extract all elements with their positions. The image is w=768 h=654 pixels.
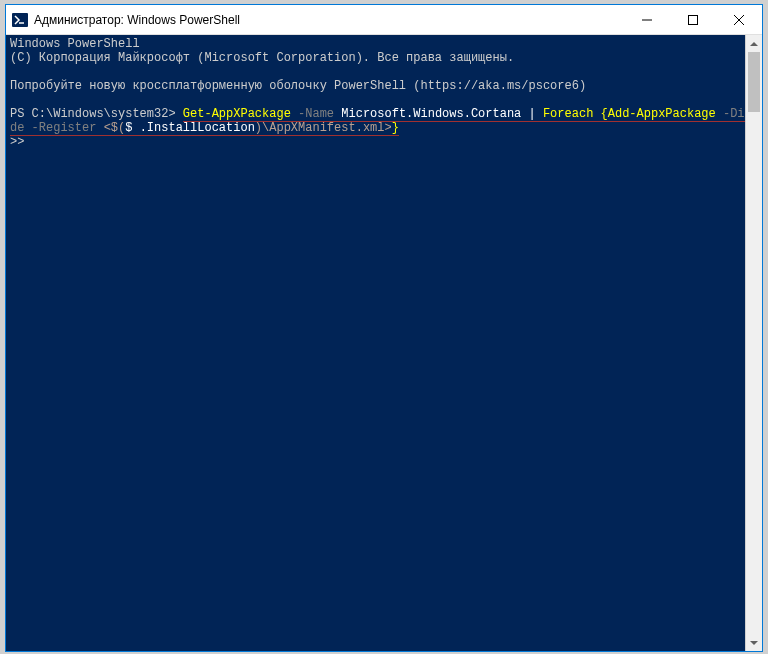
terminal-area[interactable]: Windows PowerShell (C) Корпорация Майкро… xyxy=(6,35,762,651)
cmd-token: ) xyxy=(255,121,262,135)
command-input-area: PS C:\Windows\system32> Get-AppXPackage … xyxy=(10,107,758,135)
command-line-1: PS C:\Windows\system32> Get-AppXPackage … xyxy=(10,107,758,121)
scroll-down-button[interactable] xyxy=(746,634,762,651)
blank-line xyxy=(10,65,758,79)
powershell-window: Администратор: Windows PowerShell Window… xyxy=(5,4,763,652)
ps-banner: Попробуйте новую кроссплатформенную обол… xyxy=(10,79,758,93)
cmd-token: \AppXManifest.xml> xyxy=(262,121,392,135)
svg-marker-6 xyxy=(750,42,758,46)
cmd-token: | xyxy=(529,107,536,121)
minimize-button[interactable] xyxy=(624,5,670,34)
scrollbar-thumb[interactable] xyxy=(748,52,760,112)
cmd-token: -Name xyxy=(291,107,341,121)
cmd-token: { xyxy=(601,107,608,121)
cmd-token: de -Register xyxy=(10,121,104,135)
ps-header-2: (C) Корпорация Майкрософт (Microsoft Cor… xyxy=(10,51,758,65)
cmd-token: .InstallLocation xyxy=(140,121,255,135)
prompt-text: PS C:\Windows\system32> xyxy=(10,107,183,121)
maximize-button[interactable] xyxy=(670,5,716,34)
cmd-token: } xyxy=(392,121,399,135)
close-button[interactable] xyxy=(716,5,762,34)
command-line-2: de -Register <$($ .InstallLocation)\AppX… xyxy=(10,121,758,135)
window-controls xyxy=(624,5,762,34)
continuation-prompt: >> xyxy=(10,135,758,149)
cmd-token: <$( xyxy=(104,121,126,135)
cmd-token: Get-AppXPackage xyxy=(183,107,291,121)
vertical-scrollbar[interactable] xyxy=(745,35,762,651)
cmd-token: Add-AppxPackage xyxy=(608,107,716,121)
scrollbar-track[interactable] xyxy=(746,52,762,634)
svg-marker-7 xyxy=(750,641,758,645)
window-title: Администратор: Windows PowerShell xyxy=(34,13,624,27)
cmd-token: $ xyxy=(125,121,139,135)
blank-line xyxy=(10,93,758,107)
powershell-icon xyxy=(12,12,28,28)
ps-header-1: Windows PowerShell xyxy=(10,37,758,51)
cmd-token: Foreach xyxy=(536,107,601,121)
titlebar[interactable]: Администратор: Windows PowerShell xyxy=(6,5,762,35)
cmd-token: Microsoft.Windows.Cortana xyxy=(341,107,528,121)
scroll-up-button[interactable] xyxy=(746,35,762,52)
svg-rect-3 xyxy=(689,15,698,24)
